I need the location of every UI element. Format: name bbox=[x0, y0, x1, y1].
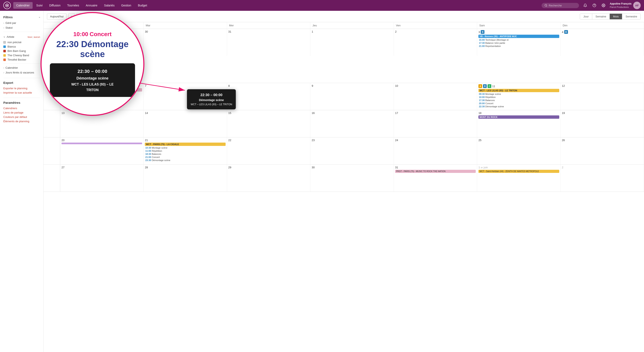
export-planning-link[interactable]: Exporter le planning bbox=[3, 86, 40, 90]
day-19[interactable]: 19 bbox=[561, 110, 644, 137]
event-concert-11[interactable]: 20:00 Concert bbox=[478, 102, 559, 105]
day-28[interactable]: 28 bbox=[144, 165, 227, 192]
day-31b[interactable]: 31 PRGT - PARIS (75) - MUSIC TO ROCK THE… bbox=[394, 165, 477, 192]
day-29[interactable]: 29 bbox=[60, 29, 144, 56]
day-21[interactable]: 21 WCT - PARIS (75) - LA CIGALE 10:30 Mo… bbox=[144, 137, 227, 164]
filter-statut[interactable]: › Statut bbox=[3, 25, 40, 30]
day-2[interactable]: 2 bbox=[394, 29, 477, 56]
artiste-bim-bam-gang[interactable]: Bim Bam Gang bbox=[3, 49, 40, 53]
day-22[interactable]: 22 bbox=[227, 137, 310, 164]
day-29b[interactable]: 29 bbox=[227, 165, 310, 192]
day-9[interactable]: 9 bbox=[310, 83, 394, 110]
day-23[interactable]: 23 bbox=[310, 137, 394, 164]
day-26[interactable]: 26 bbox=[561, 137, 644, 164]
event-wct-paris[interactable]: WCT - PARIS (75) - LA CIGALE bbox=[145, 143, 226, 146]
event-concert-21[interactable]: 21:00 Concert bbox=[145, 156, 226, 159]
day-31[interactable]: 31 bbox=[227, 29, 310, 56]
prev-button[interactable]: ‹ bbox=[68, 13, 74, 19]
event-repetition-11[interactable]: 10:00 Répétition bbox=[478, 96, 559, 99]
view-jour[interactable]: Jour bbox=[580, 14, 592, 19]
day-18[interactable]: 18 MONT DU ROCK bbox=[477, 110, 560, 137]
settings-button[interactable] bbox=[600, 2, 607, 9]
event-demontage-11[interactable]: 22:30 Démontage scène bbox=[478, 105, 559, 108]
artiste-timothe-becker[interactable]: Timothé Becker bbox=[3, 57, 40, 62]
event-balance2[interactable]: Balance bbox=[62, 98, 142, 101]
day-6[interactable]: 6 S&S - MAI... Concert Démontage... Bala… bbox=[60, 83, 144, 110]
artiste-tous-link[interactable]: tous bbox=[28, 36, 32, 38]
day-8[interactable]: 8 bbox=[227, 83, 310, 110]
day-10[interactable]: 10 bbox=[394, 83, 477, 110]
nav-budget[interactable]: Budget bbox=[135, 2, 150, 9]
collapse-icon[interactable]: « bbox=[39, 16, 40, 18]
day-25[interactable]: 25 bbox=[477, 137, 560, 164]
day-7[interactable]: 7 bbox=[144, 83, 227, 110]
search-input[interactable] bbox=[549, 4, 576, 7]
view-mois[interactable]: Mois bbox=[610, 14, 622, 19]
notifications-button[interactable] bbox=[582, 2, 589, 9]
day-30[interactable]: 30 bbox=[144, 29, 227, 56]
day-12[interactable]: 12 bbox=[561, 83, 644, 110]
day-20[interactable]: 20 bbox=[60, 137, 144, 164]
artiste-non-precise[interactable]: non précisé bbox=[3, 40, 40, 44]
day-30b[interactable]: 30 bbox=[310, 165, 394, 192]
day-27[interactable]: 27 bbox=[60, 165, 144, 192]
couleurs-defaut-link[interactable]: Couleurs par défaut bbox=[3, 115, 40, 119]
event-balances-11[interactable]: 17:30 Balances bbox=[478, 99, 559, 102]
day-5[interactable]: 5 B bbox=[44, 56, 60, 83]
event-montage-tech[interactable]: Montage tech... bbox=[62, 101, 142, 104]
day-16[interactable]: 16 bbox=[310, 110, 394, 137]
day-15[interactable]: 15 bbox=[227, 110, 310, 137]
day-14[interactable]: 14 bbox=[144, 110, 227, 137]
event-montage-scene-11[interactable]: 09:30 Montage scène bbox=[478, 93, 559, 95]
event-technique[interactable]: 15:00 Technique (Montage et bbox=[478, 38, 559, 41]
event-montage-21[interactable]: 10:30 Montage scène bbox=[145, 146, 226, 149]
event-demontage[interactable]: Démontage... bbox=[62, 95, 142, 98]
day-1[interactable]: 1 bbox=[310, 29, 394, 56]
search-box[interactable] bbox=[542, 3, 579, 8]
artiste-aucun-link[interactable]: aucun bbox=[34, 36, 40, 38]
view-semestre[interactable]: Semestre bbox=[622, 14, 640, 19]
app-logo[interactable] bbox=[3, 2, 11, 9]
event-ss-mai[interactable]: S&S - MAI... bbox=[62, 88, 142, 91]
event-balances-21[interactable]: 18:30 Balances bbox=[145, 153, 226, 155]
artiste-bianca[interactable]: Bianca bbox=[3, 44, 40, 49]
nav-annuaire[interactable]: Annuaire bbox=[83, 2, 100, 9]
nav-calendrier[interactable]: Calendrier bbox=[13, 2, 32, 9]
nav-diffusion[interactable]: Diffusion bbox=[46, 2, 63, 9]
day-24[interactable]: 24 bbox=[394, 137, 477, 164]
calendriers-link[interactable]: Calendriers bbox=[3, 106, 40, 110]
event-mont-du-rock[interactable]: MONT DU ROCK bbox=[478, 115, 559, 119]
day-2-juin[interactable]: 2 bbox=[561, 165, 644, 192]
event-demontage-21[interactable]: 23:30 Démontage scène bbox=[145, 159, 226, 162]
help-button[interactable] bbox=[590, 2, 598, 9]
filter-jours-feries[interactable]: › Jours fériés & vacances bbox=[3, 70, 40, 75]
elements-planning-link[interactable]: Éléments de planning bbox=[3, 119, 40, 123]
day-1-juin[interactable]: 1er juin WCT - Saint-Herblain (44) - ZEN… bbox=[477, 165, 560, 192]
event-repetition-21[interactable]: 11:00 Répétition bbox=[145, 149, 226, 152]
nav-salaries[interactable]: Salariés bbox=[101, 2, 118, 9]
nav-suivi[interactable]: Suivi bbox=[34, 2, 46, 9]
day-3[interactable]: 3 B VB - Rennes (35) - ANTIPODE MJC 15:0… bbox=[477, 29, 560, 56]
filter-artiste[interactable]: ∨ Artiste bbox=[3, 34, 14, 39]
event-representation[interactable]: 21:00 Représentation bbox=[478, 45, 559, 47]
user-area[interactable]: Appoline François Parrot Productions AF bbox=[610, 2, 641, 9]
liens-partage-link[interactable]: Liens de partage bbox=[3, 110, 40, 115]
event-wct-juin[interactable]: WCT - Saint-Herblain (44) - ZENITH DE NA… bbox=[478, 170, 559, 173]
day-11[interactable]: A B C 11 WCT - LES LILAS (93) - LE TRITO… bbox=[477, 83, 560, 110]
next-button[interactable]: › bbox=[76, 13, 82, 19]
filter-gere-par[interactable]: › Géré par bbox=[3, 20, 40, 25]
view-semaine[interactable]: Semaine bbox=[592, 14, 610, 19]
day-13[interactable]: 13 bbox=[60, 110, 144, 137]
nav-tournees[interactable]: Tournées bbox=[64, 2, 82, 9]
event-vb-rennes[interactable]: VB - Rennes (35) - ANTIPODE MJC bbox=[478, 35, 559, 38]
event-prgt[interactable]: PRGT - PARIS (75) - MUSIC TO ROCK THE NA… bbox=[395, 170, 476, 173]
print-link[interactable]: Imprimer la vue actuelle bbox=[3, 90, 40, 95]
day-4[interactable]: 4 B bbox=[561, 29, 644, 56]
event-wct-lilas[interactable]: WCT - LES LILAS (93) - LE TRITON bbox=[478, 89, 559, 92]
day-17[interactable]: 17 bbox=[394, 110, 477, 137]
filter-calendrier[interactable]: › Calendrier bbox=[3, 65, 40, 70]
event-concert[interactable]: Concert bbox=[62, 92, 142, 95]
nav-gestion[interactable]: Gestion bbox=[118, 2, 134, 9]
event-balance[interactable]: 17:30 Balance 1ère partie bbox=[478, 41, 559, 44]
today-button[interactable]: Aujourd'hui bbox=[47, 13, 67, 19]
